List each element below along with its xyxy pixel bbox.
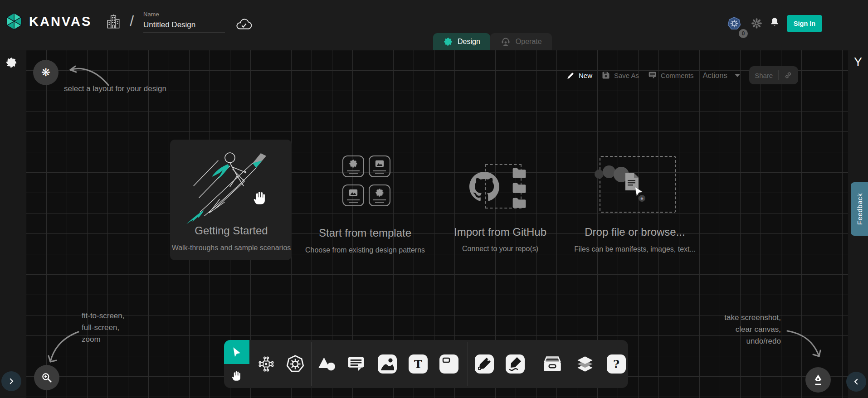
name-label: Name	[143, 11, 225, 18]
header-bar: KANVAS / Name D	[0, 0, 868, 50]
kubernetes-icon	[286, 354, 305, 374]
pen-nib-icon	[812, 374, 824, 386]
kubernetes-context-icon[interactable]: 0	[727, 16, 741, 31]
sign-in-button[interactable]: Sign In	[787, 15, 822, 32]
kanvas-logo[interactable]: KANVAS	[5, 12, 92, 31]
pen-actions-button[interactable]	[805, 367, 831, 393]
image-tool[interactable]	[378, 354, 397, 374]
template-tile	[369, 184, 390, 206]
hand-cursor-icon	[252, 189, 268, 207]
actions-dropdown[interactable]: Actions	[703, 71, 740, 80]
operate-headset-icon	[500, 36, 511, 47]
shapes-tool[interactable]	[317, 356, 336, 372]
design-canvas[interactable]: New Save As Comments Actions	[26, 49, 848, 398]
kubernetes-tool[interactable]	[286, 354, 305, 374]
pencil-icon	[566, 71, 575, 80]
bottom-tool-dock: T	[224, 340, 628, 388]
folder-icon	[512, 197, 527, 209]
breadcrumb-separator: /	[130, 13, 134, 30]
layers-tool[interactable]	[575, 354, 595, 374]
share-divider	[778, 70, 779, 80]
canvas-toolbar: New Save As Comments Actions	[566, 66, 798, 84]
comment-icon	[648, 71, 657, 80]
dock-divider	[468, 342, 468, 386]
notifications-bell-icon[interactable]	[769, 16, 780, 28]
actions-label: Actions	[703, 71, 727, 80]
card-subtitle: Files can be manifests, images, text...	[567, 245, 703, 253]
select-cursor-icon	[231, 346, 242, 358]
help-tool[interactable]: ?	[607, 354, 626, 374]
expand-left-panel-button[interactable]	[1, 371, 21, 391]
meshery-spiral-icon[interactable]	[5, 56, 18, 69]
folder-icon	[512, 167, 527, 179]
zoom-hint-arrow	[44, 325, 86, 369]
collapse-right-panel-button[interactable]	[846, 372, 866, 392]
chevron-left-icon	[852, 378, 860, 386]
screenshot-hint-arrow	[785, 326, 826, 364]
chevron-down-icon	[735, 74, 740, 77]
dock-divider	[311, 342, 312, 386]
screenshot-hint-text: take screenshot, clear canvas, undo/redo	[661, 312, 781, 347]
select-tool[interactable]	[224, 340, 249, 364]
share-button[interactable]: Share	[749, 66, 798, 84]
pan-hand-tool[interactable]	[224, 364, 249, 388]
organization-icon[interactable]	[105, 14, 122, 30]
text-tool[interactable]: T	[409, 354, 428, 374]
tab-design-label: Design	[458, 38, 480, 46]
component-tool[interactable]	[257, 354, 276, 374]
tab-operate-label: Operate	[516, 38, 542, 46]
import-drawer-tool[interactable]	[542, 355, 563, 373]
card-title: Getting Started	[163, 224, 299, 237]
folder-icon	[512, 182, 527, 194]
magnifier-plus-icon	[41, 372, 53, 383]
logo-text: KANVAS	[29, 14, 92, 29]
zoom-button[interactable]	[34, 365, 59, 390]
left-sidebar-strip	[0, 50, 26, 398]
card-getting-started[interactable]	[170, 140, 292, 260]
comment-tool[interactable]	[347, 355, 365, 373]
dock-divider	[534, 342, 534, 386]
layout-selector-button[interactable]: ❋	[33, 60, 59, 85]
comments-button[interactable]: Comments	[648, 71, 694, 80]
link-icon	[784, 71, 792, 79]
layer5-y-icon[interactable]: Y	[848, 55, 868, 69]
template-tile	[369, 155, 390, 177]
card-subtitle: Connect to your repo(s)	[432, 245, 568, 253]
floppy-save-icon	[601, 71, 610, 80]
share-label: Share	[755, 72, 773, 79]
save-as-button[interactable]: Save As	[601, 71, 639, 80]
note-tool[interactable]	[439, 354, 458, 374]
card-title: Start from template	[297, 227, 433, 239]
chevron-right-icon	[7, 377, 15, 385]
pen-tool[interactable]	[475, 354, 494, 374]
card-title: Import from GitHub	[432, 226, 568, 238]
sketch-tool[interactable]	[506, 354, 525, 374]
settings-gear-icon[interactable]	[751, 17, 763, 29]
hand-icon	[231, 370, 243, 382]
card-title: Drop file or browse...	[567, 226, 703, 238]
comments-label: Comments	[661, 72, 694, 79]
zoom-hint-text: fit-to-screen, full-screen, zoom	[82, 310, 124, 345]
design-name-input[interactable]	[143, 20, 225, 33]
tab-design[interactable]: Design	[433, 33, 490, 50]
design-spiral-icon	[443, 37, 453, 47]
kanvas-hexagon-icon	[5, 12, 24, 31]
design-name-group: Name	[143, 11, 225, 33]
card-subtitle: Choose from existing design patterns	[297, 246, 433, 254]
layout-hint-text: select a layout for your design	[64, 84, 166, 93]
template-tile	[342, 184, 364, 206]
github-icon[interactable]	[469, 172, 499, 202]
card-start-from-template[interactable]	[342, 155, 390, 206]
save-as-label: Save As	[614, 72, 639, 79]
rocket-doodle	[176, 144, 285, 225]
feedback-label: Feedback	[856, 193, 863, 225]
card-subtitle: Walk-throughs and sample scenarios	[163, 244, 299, 252]
tab-operate[interactable]: Operate	[490, 33, 552, 50]
template-tile	[342, 155, 364, 177]
plus-icon: +	[639, 195, 645, 202]
feedback-tab[interactable]: Feedback	[851, 182, 868, 236]
mode-tabs: Design Operate	[433, 33, 552, 50]
new-button[interactable]: New	[566, 71, 592, 80]
context-count-badge: 0	[739, 29, 748, 38]
cloud-saved-icon	[235, 16, 252, 32]
